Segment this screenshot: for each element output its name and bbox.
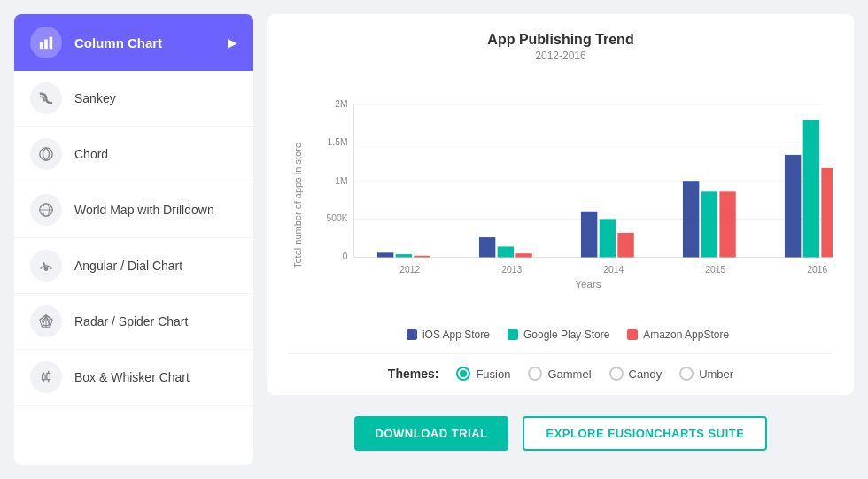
legend-ios-label: iOS App Store: [422, 328, 490, 341]
themes-label: Themes:: [388, 367, 439, 381]
svg-text:2013: 2013: [501, 265, 522, 274]
sidebar-item-radar[interactable]: Radar / Spider Chart: [14, 294, 253, 350]
download-trial-button[interactable]: DOWNLOAD TRIAL: [354, 416, 509, 451]
legend-amazon: Amazon AppStore: [627, 328, 729, 341]
sidebar: Column Chart ▶ Sankey Chord: [14, 14, 253, 465]
svg-text:500K: 500K: [326, 213, 347, 223]
column-chart-icon: [30, 27, 62, 58]
svg-rect-16: [43, 375, 46, 379]
svg-rect-43: [617, 233, 633, 258]
radio-candy[interactable]: [609, 367, 624, 381]
legend-google: Google Play Store: [508, 328, 609, 341]
radio-fusion-inner: [460, 370, 467, 377]
sidebar-label-box-whisker: Box & Whisker Chart: [74, 370, 190, 384]
svg-text:1.5M: 1.5M: [328, 137, 348, 147]
svg-rect-37: [479, 237, 495, 257]
svg-rect-41: [581, 212, 597, 258]
svg-rect-17: [47, 374, 50, 380]
legend-google-label: Google Play Store: [523, 328, 609, 341]
sidebar-label-radar: Radar / Spider Chart: [74, 314, 188, 328]
sidebar-item-chord[interactable]: Chord: [14, 127, 253, 182]
legend-amazon-color: [627, 329, 638, 340]
theme-candy-label: Candy: [629, 367, 663, 381]
chart-subtitle: 2012-2016: [289, 50, 833, 62]
svg-rect-38: [498, 246, 514, 257]
svg-point-8: [44, 267, 48, 271]
svg-text:2M: 2M: [335, 99, 347, 109]
theme-fusion[interactable]: Fusion: [456, 367, 510, 381]
svg-point-3: [40, 148, 52, 160]
svg-text:Years: Years: [576, 279, 601, 290]
sankey-icon: [30, 82, 62, 114]
theme-gammel[interactable]: Gammel: [528, 367, 591, 381]
sidebar-label-dial: Angular / Dial Chart: [74, 259, 182, 273]
explore-suite-button[interactable]: EXPLORE FUSIONCHARTS SUITE: [523, 416, 767, 451]
legend-google-color: [508, 329, 518, 340]
chart-title: App Publishing Trend: [289, 32, 833, 48]
svg-rect-51: [821, 168, 833, 258]
chevron-icon: ▶: [228, 35, 237, 50]
legend-ios-color: [407, 329, 417, 340]
svg-rect-47: [719, 191, 735, 257]
sidebar-item-sankey[interactable]: Sankey: [14, 71, 253, 127]
sidebar-label-chord: Chord: [74, 147, 108, 161]
svg-text:0: 0: [343, 251, 348, 261]
svg-text:2014: 2014: [603, 265, 624, 274]
svg-rect-33: [377, 252, 393, 257]
world-map-icon: [30, 194, 62, 226]
svg-text:1M: 1M: [335, 176, 347, 186]
sidebar-label-worldmap: World Map with Drilldown: [74, 203, 214, 217]
sidebar-active-label: Column Chart: [74, 35, 228, 50]
sidebar-item-box-whisker[interactable]: Box & Whisker Chart: [14, 350, 253, 406]
theme-umber-label: Umber: [699, 367, 733, 381]
theme-candy[interactable]: Candy: [609, 367, 663, 381]
svg-text:2012: 2012: [399, 265, 420, 274]
chart-legend: iOS App Store Google Play Store Amazon A…: [303, 328, 833, 341]
sidebar-item-column-chart[interactable]: Column Chart ▶: [14, 14, 253, 71]
svg-rect-2: [50, 37, 53, 50]
themes-row: Themes: Fusion Gammel Candy U: [289, 353, 833, 381]
svg-rect-42: [600, 219, 616, 257]
y-axis-label: Total number of apps in store: [289, 71, 303, 341]
svg-rect-45: [683, 181, 699, 257]
theme-gammel-label: Gammel: [547, 367, 591, 381]
svg-rect-35: [414, 256, 430, 258]
box-whisker-icon: [30, 361, 62, 393]
dial-icon: [30, 250, 62, 282]
svg-rect-49: [785, 155, 801, 258]
radio-umber[interactable]: [679, 367, 694, 381]
svg-text:2015: 2015: [705, 265, 725, 274]
bottom-bar: DOWNLOAD TRIAL EXPLORE FUSIONCHARTS SUIT…: [267, 406, 854, 465]
theme-umber[interactable]: Umber: [679, 367, 733, 381]
theme-fusion-label: Fusion: [476, 367, 510, 381]
svg-rect-46: [701, 191, 717, 257]
radar-icon: [30, 305, 62, 337]
svg-rect-50: [803, 120, 819, 257]
sidebar-item-dial[interactable]: Angular / Dial Chart: [14, 238, 253, 294]
radio-gammel[interactable]: [528, 367, 542, 381]
radio-fusion[interactable]: [456, 367, 470, 381]
sidebar-label-sankey: Sankey: [74, 91, 116, 105]
svg-text:2016: 2016: [807, 265, 827, 274]
legend-amazon-label: Amazon AppStore: [643, 328, 729, 341]
svg-rect-1: [44, 39, 48, 49]
legend-ios: iOS App Store: [407, 328, 490, 341]
chord-icon: [30, 138, 62, 170]
svg-rect-0: [40, 42, 43, 49]
chart-container: App Publishing Trend 2012-2016 Total num…: [267, 14, 854, 395]
svg-rect-39: [515, 253, 531, 257]
svg-rect-34: [396, 254, 412, 257]
sidebar-item-world-map[interactable]: World Map with Drilldown: [14, 182, 253, 238]
